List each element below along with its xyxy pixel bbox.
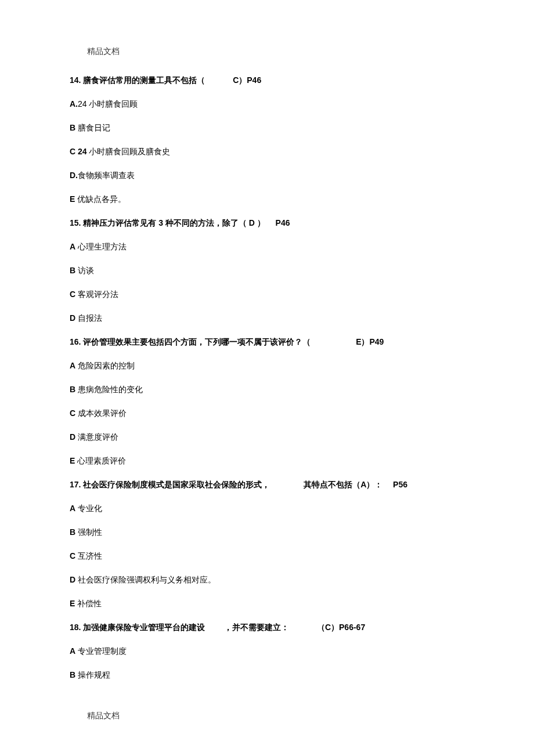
question-answer-ref: E）P49	[356, 337, 384, 346]
option: D 满意度评价	[70, 431, 464, 443]
page-footer: 精品文档	[87, 711, 120, 721]
option: A 心理生理方法	[70, 241, 464, 253]
question-stem: 精神压力评估常见有 3 种不同的方法，除了（ D ）	[83, 218, 265, 227]
option: A 专业管理制度	[70, 645, 464, 657]
question-17: 17. 社会医疗保险制度模式是国家采取社会保险的形式， 其特点不包括（A）： P…	[70, 479, 464, 491]
option: D 自报法	[70, 312, 464, 324]
option: C 24 小时膳食回顾及膳食史	[70, 146, 464, 158]
page-header: 精品文档	[87, 46, 464, 57]
question-stem: 膳食评估常用的测量工具不包括（	[83, 75, 205, 85]
question-answer-ref: P56	[393, 480, 407, 489]
document-page: 精品文档 14. 膳食评估常用的测量工具不包括（ C）P46 A.24 小时膳食…	[0, 0, 534, 756]
option: D 社会医疗保险强调权利与义务相对应。	[70, 574, 464, 586]
question-stem-part2: ，并不需要建立：	[224, 623, 289, 632]
option: C 互济性	[70, 550, 464, 562]
option: E 心理素质评价	[70, 455, 464, 467]
question-number: 16.	[70, 337, 81, 346]
option: B 患病危险性的变化	[70, 384, 464, 396]
question-14: 14. 膳食评估常用的测量工具不包括（ C）P46	[70, 74, 464, 86]
question-answer-ref: （C）P66-67	[317, 623, 365, 632]
question-number: 18.	[70, 623, 81, 632]
question-number: 14.	[70, 75, 81, 85]
option: B 访谈	[70, 265, 464, 277]
option: E 优缺点各异。	[70, 193, 464, 205]
option: D.食物频率调查表	[70, 169, 464, 182]
option: B 强制性	[70, 526, 464, 538]
option: C 客观评分法	[70, 288, 464, 301]
question-number: 17.	[70, 480, 81, 489]
option: B 操作规程	[70, 669, 464, 681]
option: C 成本效果评价	[70, 407, 464, 419]
question-16: 16. 评价管理效果主要包括四个方面，下列哪一项不属于该评价？（ E）P49	[70, 336, 464, 348]
question-answer-ref: C）P46	[233, 75, 261, 85]
question-stem: 加强健康保险专业管理平台的建设	[83, 623, 205, 632]
question-18: 18. 加强健康保险专业管理平台的建设 ，并不需要建立： （C）P66-67	[70, 621, 464, 634]
question-number: 15.	[70, 218, 81, 227]
option: A 危险因素的控制	[70, 360, 464, 372]
question-stem: 社会医疗保险制度模式是国家采取社会保险的形式，	[83, 480, 270, 489]
question-answer-ref: P46	[276, 218, 290, 227]
question-15: 15. 精神压力评估常见有 3 种不同的方法，除了（ D ） P46	[70, 217, 464, 229]
option: A 专业化	[70, 502, 464, 515]
question-stem-part2: 其特点不包括（A）：	[304, 480, 383, 489]
question-stem: 评价管理效果主要包括四个方面，下列哪一项不属于该评价？（	[83, 337, 311, 346]
option: E 补偿性	[70, 598, 464, 610]
option: B 膳食日记	[70, 122, 464, 134]
option: A.24 小时膳食回顾	[70, 98, 464, 110]
